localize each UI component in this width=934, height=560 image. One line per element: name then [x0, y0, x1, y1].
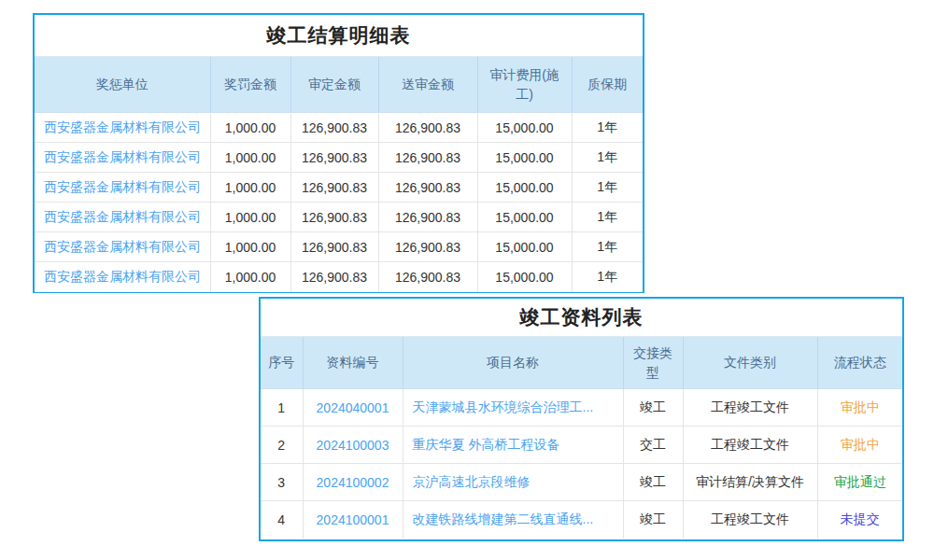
doc-no-link[interactable]: 2024100002	[317, 475, 389, 490]
page-canvas: 竣工结算明细表 奖惩单位 奖罚金额 审定金额 送审金额 审计费用(施工) 质保期…	[0, 0, 934, 560]
col-header-warranty: 质保期	[572, 57, 643, 113]
cell-warranty: 1年	[572, 143, 643, 173]
doc-no-link[interactable]: 2024040001	[317, 400, 389, 415]
settlement-row: 西安盛器金属材料有限公司 1,000.00 126,900.83 126,900…	[35, 143, 643, 173]
unit-link[interactable]: 西安盛器金属材料有限公司	[44, 179, 201, 194]
cell-penalty-amount: 1,000.00	[210, 232, 290, 262]
cell-approved-amount: 126,900.83	[290, 173, 378, 203]
col-header-unit: 奖惩单位	[35, 57, 210, 113]
unit-link[interactable]: 西安盛器金属材料有限公司	[44, 119, 201, 134]
cell-audit-fee: 15,000.00	[477, 203, 572, 232]
col-header-doc-no: 资料编号	[303, 337, 403, 389]
col-header-penalty-amount: 奖罚金额	[210, 57, 290, 113]
project-name-link[interactable]: 京沪高速北京段维修	[413, 474, 531, 489]
cell-approved-amount: 126,900.83	[290, 262, 378, 292]
cell-seq: 3	[261, 464, 303, 501]
cell-penalty-amount: 1,000.00	[210, 203, 290, 232]
settlement-table: 奖惩单位 奖罚金额 审定金额 送审金额 审计费用(施工) 质保期 西安盛器金属材…	[35, 56, 643, 292]
doc-no-link[interactable]: 2024100003	[317, 438, 389, 453]
cell-warranty: 1年	[572, 262, 643, 292]
cell-approved-amount: 126,900.83	[290, 232, 378, 262]
unit-link[interactable]: 西安盛器金属材料有限公司	[44, 209, 201, 224]
cell-file-category: 审计结算/决算文件	[683, 464, 817, 501]
settlement-row: 西安盛器金属材料有限公司 1,000.00 126,900.83 126,900…	[35, 203, 643, 232]
cell-warranty: 1年	[572, 232, 643, 262]
cell-handover-type: 竣工	[623, 501, 683, 539]
cell-penalty-amount: 1,000.00	[210, 173, 290, 203]
cell-approved-amount: 126,900.83	[290, 113, 378, 143]
doc-no-link[interactable]: 2024100001	[317, 512, 389, 527]
cell-audit-fee: 15,000.00	[477, 143, 572, 173]
col-header-audit-fee: 审计费用(施工)	[477, 57, 572, 113]
settlement-row: 西安盛器金属材料有限公司 1,000.00 126,900.83 126,900…	[35, 262, 643, 292]
cell-warranty: 1年	[572, 113, 643, 143]
cell-submitted-amount: 126,900.83	[378, 173, 477, 203]
settlement-row: 西安盛器金属材料有限公司 1,000.00 126,900.83 126,900…	[35, 232, 643, 262]
col-header-flow-status: 流程状态	[817, 337, 902, 389]
project-name-link[interactable]: 重庆华夏 外高桥工程设备	[413, 437, 560, 452]
project-name-link[interactable]: 改建铁路线增建第二线直通线...	[413, 511, 594, 526]
cell-handover-type: 竣工	[623, 464, 683, 501]
cell-seq: 2	[261, 427, 303, 464]
unit-link[interactable]: 西安盛器金属材料有限公司	[44, 269, 201, 284]
settlement-row: 西安盛器金属材料有限公司 1,000.00 126,900.83 126,900…	[35, 173, 643, 203]
cell-audit-fee: 15,000.00	[477, 173, 572, 203]
cell-approved-amount: 126,900.83	[290, 143, 378, 173]
materials-row: 4 2024100001 改建铁路线增建第二线直通线... 竣工 工程竣工文件 …	[261, 501, 902, 539]
col-header-handover-type: 交接类型	[623, 337, 683, 389]
cell-warranty: 1年	[572, 203, 643, 232]
cell-audit-fee: 15,000.00	[477, 232, 572, 262]
col-header-approved-amount: 审定金额	[290, 57, 378, 113]
materials-row: 1 2024040001 天津蒙城县水环境综合治理工... 竣工 工程竣工文件 …	[261, 389, 902, 427]
settlement-table-panel: 竣工结算明细表 奖惩单位 奖罚金额 审定金额 送审金额 审计费用(施工) 质保期…	[33, 13, 644, 293]
settlement-row: 西安盛器金属材料有限公司 1,000.00 126,900.83 126,900…	[35, 113, 643, 143]
status-badge: 审批通过	[817, 464, 902, 501]
cell-seq: 4	[261, 501, 303, 539]
col-header-project-name: 项目名称	[403, 337, 623, 389]
materials-row: 3 2024100002 京沪高速北京段维修 竣工 审计结算/决算文件 审批通过	[261, 464, 902, 501]
col-header-seq: 序号	[261, 337, 303, 389]
unit-link[interactable]: 西安盛器金属材料有限公司	[44, 239, 201, 254]
col-header-submitted-amount: 送审金额	[378, 57, 477, 113]
cell-handover-type: 竣工	[623, 389, 683, 427]
cell-seq: 1	[261, 389, 303, 427]
settlement-header-row: 奖惩单位 奖罚金额 审定金额 送审金额 审计费用(施工) 质保期	[35, 57, 643, 113]
status-badge: 审批中	[817, 389, 902, 427]
cell-handover-type: 交工	[623, 427, 683, 464]
cell-warranty: 1年	[572, 173, 643, 203]
cell-file-category: 工程竣工文件	[683, 501, 817, 539]
project-name-link[interactable]: 天津蒙城县水环境综合治理工...	[413, 399, 594, 414]
cell-submitted-amount: 126,900.83	[378, 143, 477, 173]
cell-submitted-amount: 126,900.83	[378, 262, 477, 292]
cell-audit-fee: 15,000.00	[477, 262, 572, 292]
unit-link[interactable]: 西安盛器金属材料有限公司	[44, 149, 201, 164]
cell-file-category: 工程竣工文件	[683, 427, 817, 464]
status-badge: 审批中	[817, 427, 902, 464]
status-badge: 未提交	[817, 501, 902, 539]
cell-submitted-amount: 126,900.83	[378, 113, 477, 143]
materials-row: 2 2024100003 重庆华夏 外高桥工程设备 交工 工程竣工文件 审批中	[261, 427, 902, 464]
materials-table: 序号 资料编号 项目名称 交接类型 文件类别 流程状态 1 2024040001…	[261, 336, 902, 539]
col-header-file-category: 文件类别	[683, 337, 817, 389]
cell-audit-fee: 15,000.00	[477, 113, 572, 143]
materials-header-row: 序号 资料编号 项目名称 交接类型 文件类别 流程状态	[261, 337, 902, 389]
cell-penalty-amount: 1,000.00	[210, 262, 290, 292]
cell-file-category: 工程竣工文件	[683, 389, 817, 427]
settlement-table-title: 竣工结算明细表	[35, 15, 643, 56]
materials-table-panel: 竣工资料列表 序号 资料编号 项目名称 交接类型 文件类别 流程状态 1	[259, 297, 904, 541]
cell-submitted-amount: 126,900.83	[378, 203, 477, 232]
cell-submitted-amount: 126,900.83	[378, 232, 477, 262]
cell-penalty-amount: 1,000.00	[210, 113, 290, 143]
cell-penalty-amount: 1,000.00	[210, 143, 290, 173]
materials-table-title: 竣工资料列表	[261, 299, 902, 336]
cell-approved-amount: 126,900.83	[290, 203, 378, 232]
